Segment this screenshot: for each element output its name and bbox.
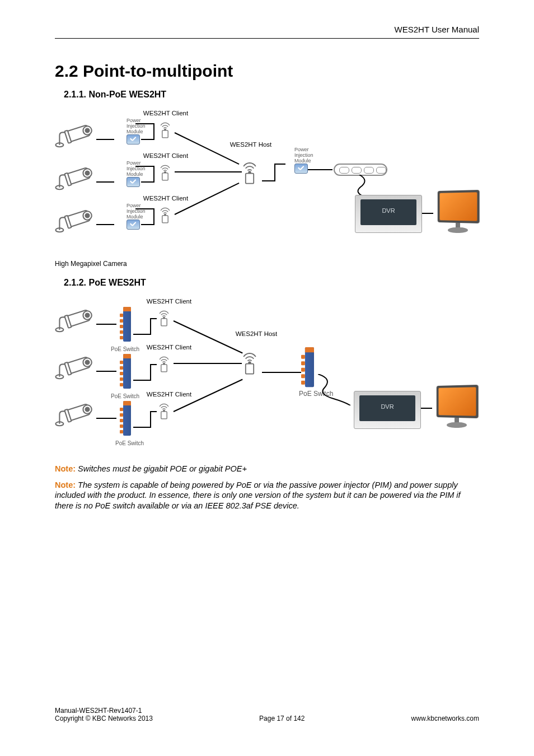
client-label: WES2HT Client [147,391,191,398]
antenna-icon [158,205,172,224]
connector-line [96,139,114,140]
footer-left: Manual-WES2HT-Rev1407-1 Copyright © KBC … [55,707,153,722]
antenna-icon [157,354,171,373]
content-area: 2.2 Point-to-multipoint 2.1.1. Non-PoE W… [55,62,479,514]
connector-line [135,123,154,124]
connector-line [96,418,116,419]
pim-label: Power Injection Module [127,160,146,177]
connector-line [150,411,157,412]
pim-label: Power Injection Module [294,147,313,164]
antenna-icon [158,120,172,139]
subsection-heading-b: 2.1.2. PoE WES2HT [64,278,479,288]
header-rule [55,38,479,39]
connector-line [274,164,285,165]
client-label: WES2HT Client [143,152,188,159]
poe-switch [120,307,132,342]
camera-icon [55,123,94,148]
antenna-icon [158,162,172,181]
poe-switch-label: PoE Switch [111,346,139,352]
note-label: Note: [55,464,76,473]
page-footer: Manual-WES2HT-Rev1407-1 Copyright © KBC … [55,707,479,722]
diagram-caption: High Megapixel Camera [55,260,479,268]
connector-line [96,371,116,372]
connector-line [262,180,275,181]
connector-line [308,169,332,170]
note-paragraph-1: Note: Switches must be gigabit POE or gi… [55,464,479,474]
poe-switch-label: PoE Switch [111,393,139,399]
poe-switch-label: PoE Switch [115,440,144,446]
connector-line [153,166,154,183]
wireless-link [175,171,242,172]
pim-label: Power Injection Module [127,203,146,220]
poe-switch [301,347,315,387]
diagram-poe: WES2HT Client PoE Switch WES2HT Client [55,296,479,458]
camera-icon [55,355,94,380]
antenna-icon [157,308,171,327]
connector-line [262,372,301,373]
antenna-icon [240,159,260,185]
connector-line [150,411,151,428]
connector-line [96,224,114,225]
connector-line [96,181,114,183]
pim-label: Power Injection Module [127,118,146,134]
connector-line [150,318,151,335]
note-paragraph-2: Note: The system is capable of being pow… [55,480,479,511]
wireless-link [175,132,240,165]
connector-line [96,324,116,325]
connector-line [141,224,154,225]
camera-icon [55,308,94,333]
connector-line [150,318,157,319]
note-text: Switches must be gigabit POE or gigabit … [78,464,247,473]
client-label: WES2HT Client [143,110,188,116]
footer-url: www.kbcnetworks.com [411,715,479,722]
footer-copyright: Copyright © KBC Networks 2013 [55,715,153,722]
subsection-heading-a: 2.1.1. Non-PoE WES2HT [64,90,479,100]
footer-pagination: Page 17 of 142 [259,715,305,722]
ethernet-switch [334,164,387,176]
antenna-icon [240,349,260,375]
connector-line [153,208,154,225]
connector-line [133,380,150,381]
dvr-device: DVR [355,192,422,233]
page: WES2HT User Manual 2.2 Point-to-multipoi… [0,0,534,756]
camera-icon [55,402,94,427]
page-header: WES2HT User Manual [395,25,479,34]
host-label: WES2HT Host [230,141,272,148]
dvr-device: DVR [354,388,421,429]
diagram-non-poe: Power Injection Module WES2HT Client Pow… [55,108,479,258]
connector-line [135,166,154,167]
poe-switch [120,354,132,389]
connector-line [133,427,150,428]
monitor-icon [433,385,481,429]
connector-cable [318,374,352,405]
note-label: Note: [55,480,76,489]
antenna-icon [157,401,171,420]
connector-line [141,181,154,183]
connector-line [135,208,154,209]
connector-line [133,334,150,335]
wireless-link [174,363,242,364]
connector-line [421,408,432,409]
client-label: WES2HT Client [143,195,188,202]
dvr-label: DVR [360,199,416,225]
connector-line [274,164,275,181]
connector-line [141,139,154,140]
host-label: WES2HT Host [236,330,278,337]
monitor-icon [434,190,483,234]
poe-switch [120,401,132,436]
note-text: The system is capable of being powered b… [55,480,461,510]
camera-icon [55,208,94,233]
client-label: WES2HT Client [147,298,191,305]
connector-line [153,123,154,140]
camera-icon [55,166,94,190]
dvr-label: DVR [359,395,415,421]
connector-line [150,364,151,381]
connector-line [422,213,433,214]
section-heading: 2.2 Point-to-multipoint [55,62,479,81]
client-label: WES2HT Client [147,344,191,351]
connector-line [150,364,157,365]
footer-manual-rev: Manual-WES2HT-Rev1407-1 [55,707,142,715]
